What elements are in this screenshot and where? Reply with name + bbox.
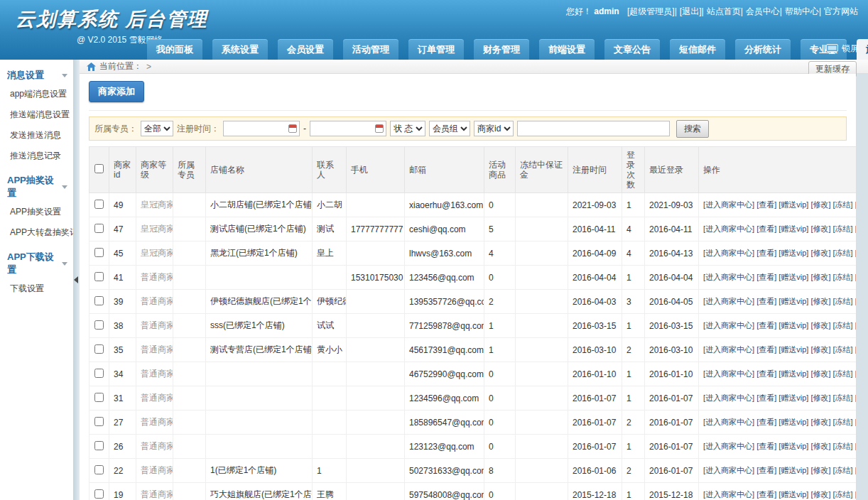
sidebar-item[interactable]: 下载设置	[6, 278, 69, 299]
op-link[interactable]: [赠送vip]	[779, 273, 808, 281]
keyword-input[interactable]	[517, 121, 670, 136]
op-link[interactable]: [查看]	[756, 200, 776, 209]
op-link[interactable]: [赠送vip]	[779, 466, 808, 474]
op-link[interactable]: [进入商家中心]	[703, 345, 754, 354]
op-link[interactable]: [修改]	[810, 490, 830, 499]
row-checkbox[interactable]	[94, 417, 104, 426]
user-link[interactable]: [退出]|	[680, 6, 704, 16]
op-link[interactable]: [赠送vip]	[779, 393, 808, 402]
sidebar-item[interactable]: 发送推送消息	[6, 125, 69, 146]
lock-screen-button[interactable]: 锁屏	[826, 43, 859, 55]
nav-tab[interactable]: 我的面板	[147, 39, 202, 60]
search-field-select[interactable]: 商家id	[474, 121, 514, 136]
sidebar-group-header[interactable]: APP抽奖设置	[6, 172, 69, 202]
sidebar-item[interactable]: APP抽奖设置	[6, 202, 69, 222]
op-link[interactable]: [赠送vip]	[779, 490, 808, 499]
op-link[interactable]: [进入商家中心]	[703, 200, 754, 209]
user-link[interactable]: 站点首页|	[707, 6, 743, 16]
op-link[interactable]: [修改]	[810, 393, 830, 402]
op-link[interactable]: [冻结]	[833, 249, 853, 257]
op-link[interactable]: [账户明细]	[855, 442, 856, 450]
op-link[interactable]: [查看]	[756, 224, 776, 233]
row-checkbox[interactable]	[94, 248, 104, 257]
row-checkbox[interactable]	[94, 489, 104, 499]
op-link[interactable]: [修改]	[810, 418, 830, 426]
member-group-select[interactable]: 会员组	[429, 121, 470, 136]
nav-tab[interactable]: 活动管理	[343, 39, 398, 60]
op-link[interactable]: [查看]	[756, 273, 776, 281]
op-link[interactable]: [修改]	[810, 466, 830, 474]
user-link[interactable]: 官方网站	[824, 6, 858, 16]
select-all-checkbox[interactable]	[94, 164, 104, 173]
op-link[interactable]: [账户明细]	[855, 200, 856, 209]
row-checkbox[interactable]	[94, 441, 104, 450]
user-link[interactable]: 会员中心|	[746, 6, 782, 16]
op-link[interactable]: [进入商家中心]	[703, 297, 754, 305]
op-link[interactable]: [修改]	[810, 297, 830, 305]
row-checkbox[interactable]	[94, 272, 104, 281]
row-checkbox[interactable]	[94, 393, 104, 402]
op-link[interactable]: [账户明细]	[855, 249, 856, 257]
op-link[interactable]: [赠送vip]	[779, 442, 808, 450]
sidebar-item[interactable]: APP大转盘抽奖记录	[6, 222, 69, 243]
op-link[interactable]: [赠送vip]	[779, 297, 808, 305]
add-merchant-button[interactable]: 商家添加	[89, 81, 144, 102]
op-link[interactable]: [修改]	[810, 345, 830, 354]
op-link[interactable]: [查看]	[756, 345, 776, 354]
row-checkbox[interactable]	[94, 224, 104, 233]
op-link[interactable]: [进入商家中心]	[703, 490, 754, 499]
row-checkbox[interactable]	[94, 369, 104, 378]
op-link[interactable]: [修改]	[810, 273, 830, 281]
op-link[interactable]: [账户明细]	[855, 224, 856, 233]
op-link[interactable]: [冻结]	[833, 297, 853, 305]
op-link[interactable]: [赠送vip]	[779, 321, 808, 330]
sidebar-group-header[interactable]: APP下载设置	[6, 249, 69, 278]
row-checkbox[interactable]	[94, 320, 104, 330]
row-checkbox[interactable]	[94, 200, 104, 209]
op-link[interactable]: [账户明细]	[855, 393, 856, 402]
op-link[interactable]: [修改]	[810, 224, 830, 233]
op-link[interactable]: [冻结]	[833, 442, 853, 450]
op-link[interactable]: [进入商家中心]	[703, 321, 754, 330]
op-link[interactable]: [冻结]	[833, 321, 853, 330]
op-link[interactable]: [查看]	[756, 393, 776, 402]
op-link[interactable]: [修改]	[810, 321, 830, 330]
nav-tab[interactable]: 分析统计	[735, 39, 791, 60]
op-link[interactable]: [查看]	[756, 490, 776, 499]
op-link[interactable]: [修改]	[810, 249, 830, 257]
collapse-sidebar-arrow-icon[interactable]	[74, 276, 78, 283]
nav-tab[interactable]: 文章公告	[604, 39, 660, 60]
calendar-icon[interactable]	[375, 124, 384, 133]
sidebar-group-header[interactable]: 消息设置	[6, 67, 69, 84]
op-link[interactable]: [修改]	[810, 442, 830, 450]
nav-tab[interactable]: 财务管理	[474, 39, 529, 60]
op-link[interactable]: [赠送vip]	[779, 224, 808, 233]
op-link[interactable]: [冻结]	[833, 200, 853, 209]
op-link[interactable]: [账户明细]	[855, 369, 856, 378]
op-link[interactable]: [进入商家中心]	[703, 466, 754, 474]
op-link[interactable]: [查看]	[756, 297, 776, 305]
op-link[interactable]: [冻结]	[833, 273, 853, 281]
sidebar-item[interactable]: app端消息设置	[6, 84, 69, 104]
op-link[interactable]: [冻结]	[833, 369, 853, 378]
op-link[interactable]: [进入商家中心]	[703, 369, 754, 378]
op-link[interactable]: [查看]	[756, 466, 776, 474]
user-link[interactable]: [超级管理员]|	[627, 6, 677, 16]
op-link[interactable]: [账户明细]	[855, 418, 856, 426]
op-link[interactable]: [冻结]	[833, 490, 853, 499]
op-link[interactable]: [冻结]	[833, 393, 853, 402]
op-link[interactable]: [账户明细]	[855, 297, 856, 305]
sidebar-item[interactable]: 推送端消息设置	[6, 104, 69, 125]
op-link[interactable]: [账户明细]	[855, 466, 856, 474]
op-link[interactable]: [赠送vip]	[779, 249, 808, 257]
op-link[interactable]: [赠送vip]	[779, 369, 808, 378]
op-link[interactable]: [账户明细]	[855, 345, 856, 354]
row-checkbox[interactable]	[94, 465, 104, 474]
nav-tab[interactable]: 系统设置	[212, 39, 268, 60]
op-link[interactable]: [查看]	[756, 369, 776, 378]
op-link[interactable]: [进入商家中心]	[703, 418, 754, 426]
nav-tab[interactable]: 订单管理	[408, 39, 464, 60]
op-link[interactable]: [冻结]	[833, 345, 853, 354]
op-link[interactable]: [进入商家中心]	[703, 393, 754, 402]
op-link[interactable]: [赠送vip]	[779, 418, 808, 426]
